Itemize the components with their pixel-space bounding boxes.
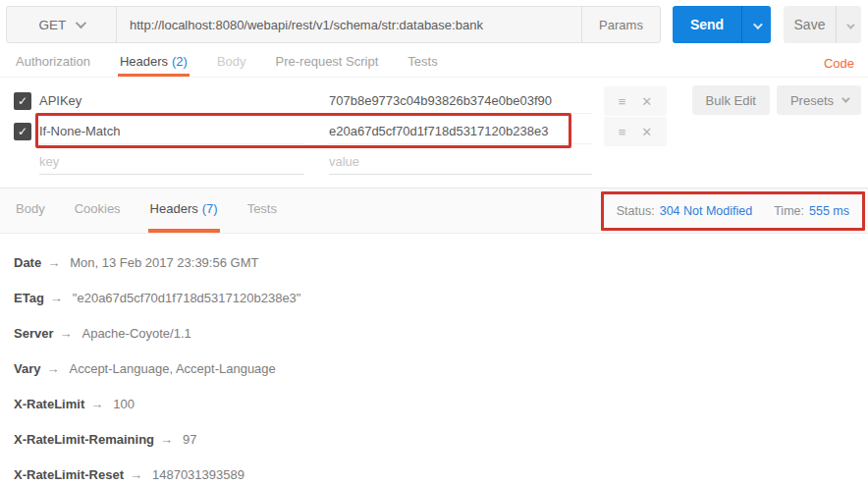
- drag-handle-icon[interactable]: ≡: [619, 126, 626, 138]
- save-button-group: Save: [784, 6, 861, 43]
- tab-pre-request-script[interactable]: Pre-request Script: [274, 49, 381, 77]
- tab-tests[interactable]: Tests: [406, 49, 439, 77]
- status-pair: Status: 304 Not Modified: [617, 204, 752, 218]
- save-button[interactable]: Save: [784, 6, 836, 43]
- tab-label: Tests: [407, 54, 437, 69]
- header-value: "e20a67d5cf70d1f718d5317120b238e3": [73, 289, 301, 308]
- close-icon[interactable]: ✕: [641, 95, 652, 108]
- chevron-down-icon: [841, 94, 849, 102]
- response-headers-list: Date → Mon, 13 Feb 2017 23:39:56 GMT ETa…: [0, 234, 868, 485]
- header-value-input[interactable]: [329, 119, 592, 144]
- header-name: X-RateLimit-Remaining: [14, 430, 154, 450]
- header-value: 97: [183, 430, 196, 450]
- new-header-key-input[interactable]: [39, 149, 304, 175]
- header-value-input[interactable]: [329, 88, 592, 114]
- method-select[interactable]: GET: [7, 7, 117, 42]
- time-label: Time:: [774, 204, 804, 218]
- arrow-right-icon: →: [50, 289, 63, 308]
- response-header-x-ratelimit-remaining: X-RateLimit-Remaining → 97: [14, 430, 854, 450]
- drag-handle-icon[interactable]: ≡: [619, 95, 626, 108]
- tab-label: Headers: [120, 54, 168, 69]
- row-actions: ≡ ✕: [604, 86, 667, 116]
- response-header-date: Date → Mon, 13 Feb 2017 23:39:56 GMT: [14, 253, 854, 273]
- tab-label: Tests: [247, 201, 277, 216]
- send-button-group: Send: [673, 6, 771, 43]
- code-label: Code: [824, 56, 854, 71]
- chevron-down-icon: [753, 20, 763, 29]
- time-value: 555 ms: [809, 204, 849, 218]
- send-dropdown-button[interactable]: [741, 6, 771, 43]
- tab-label: Pre-request Script: [276, 54, 379, 69]
- header-name: ETag: [14, 289, 44, 308]
- response-tab-cookies[interactable]: Cookies: [73, 189, 123, 233]
- arrow-right-icon: →: [90, 395, 103, 414]
- tab-body[interactable]: Body: [215, 49, 248, 77]
- headers-editor: ✓ ≡ ✕ ✓ ≡ ✕ Bulk Edit Pr: [0, 78, 868, 188]
- header-name: X-RateLimit-Reset: [14, 465, 124, 485]
- editor-side-buttons: Bulk Edit Presets: [692, 85, 861, 115]
- status-label: Status:: [617, 204, 655, 218]
- header-row-if-none-match: ✓ ≡ ✕: [0, 117, 868, 146]
- request-tabs: Authorization Headers (2) Body Pre-reque…: [0, 49, 868, 78]
- arrow-right-icon: →: [160, 430, 173, 450]
- response-header-x-ratelimit: X-RateLimit → 100: [14, 395, 854, 414]
- params-label: Params: [599, 18, 643, 32]
- response-header-x-ratelimit-reset: X-RateLimit-Reset → 1487031393589: [14, 465, 854, 485]
- chevron-down-icon: [846, 21, 854, 28]
- header-value: 1487031393589: [152, 465, 244, 485]
- time-pair: Time: 555 ms: [774, 204, 849, 218]
- response-header-etag: ETag → "e20a67d5cf70d1f718d5317120b238e3…: [14, 289, 854, 308]
- tab-count: (2): [172, 54, 188, 69]
- header-key-input[interactable]: [39, 119, 304, 144]
- tab-label: Authorization: [16, 54, 90, 69]
- chevron-down-icon: [76, 18, 86, 28]
- response-header-vary: Vary → Accept-Language, Accept-Language: [14, 359, 854, 379]
- arrow-right-icon: →: [47, 253, 60, 273]
- params-button[interactable]: Params: [581, 7, 660, 42]
- response-tab-body[interactable]: Body: [14, 189, 47, 233]
- bulk-edit-button[interactable]: Bulk Edit: [692, 85, 770, 115]
- tab-label: Body: [16, 201, 45, 216]
- header-row-new: [0, 147, 868, 177]
- url-input[interactable]: [130, 18, 581, 32]
- tab-headers[interactable]: Headers (2): [118, 49, 190, 77]
- arrow-right-icon: →: [46, 359, 59, 379]
- arrow-right-icon: →: [59, 324, 72, 344]
- header-name: Server: [14, 324, 53, 344]
- url-input-wrap: [117, 7, 581, 42]
- tab-label: Headers: [150, 201, 198, 216]
- header-key-input[interactable]: [39, 88, 304, 114]
- checkbox-checked[interactable]: ✓: [14, 92, 31, 110]
- tab-count: (7): [202, 201, 218, 216]
- tab-authorization[interactable]: Authorization: [14, 49, 92, 77]
- save-dropdown-button[interactable]: [836, 6, 861, 43]
- close-icon[interactable]: ✕: [641, 126, 652, 138]
- header-value: Accept-Language, Accept-Language: [69, 359, 275, 379]
- checkbox-checked[interactable]: ✓: [14, 123, 31, 140]
- presets-button[interactable]: Presets: [777, 85, 861, 115]
- header-value: Apache-Coyote/1.1: [81, 324, 190, 344]
- method-label: GET: [39, 18, 67, 32]
- code-link[interactable]: Code: [824, 49, 854, 77]
- tab-label: Body: [217, 54, 246, 69]
- response-tabs: Body Cookies Headers (7) Tests Status: 3…: [0, 188, 868, 234]
- presets-label: Presets: [790, 93, 834, 108]
- tab-label: Cookies: [75, 201, 121, 216]
- new-header-value-input[interactable]: [329, 149, 592, 175]
- postman-window: GET Params Send Save Authorization: [0, 0, 868, 486]
- response-header-server: Server → Apache-Coyote/1.1: [14, 324, 854, 344]
- status-annotation-box: Status: 304 Not Modified Time: 555 ms: [601, 191, 865, 231]
- header-name: X-RateLimit: [14, 395, 84, 414]
- row-actions: ≡ ✕: [604, 117, 667, 146]
- header-value: Mon, 13 Feb 2017 23:39:56 GMT: [70, 253, 258, 273]
- response-tab-tests[interactable]: Tests: [245, 189, 279, 233]
- header-name: Date: [14, 253, 41, 273]
- request-bar: GET Params Send Save: [0, 0, 868, 49]
- url-container: GET Params: [6, 6, 661, 43]
- response-tab-headers[interactable]: Headers (7): [148, 189, 220, 233]
- header-value: 100: [113, 395, 135, 414]
- header-name: Vary: [14, 359, 40, 379]
- arrow-right-icon: →: [130, 465, 142, 485]
- status-value: 304 Not Modified: [660, 204, 753, 218]
- send-button[interactable]: Send: [673, 6, 741, 43]
